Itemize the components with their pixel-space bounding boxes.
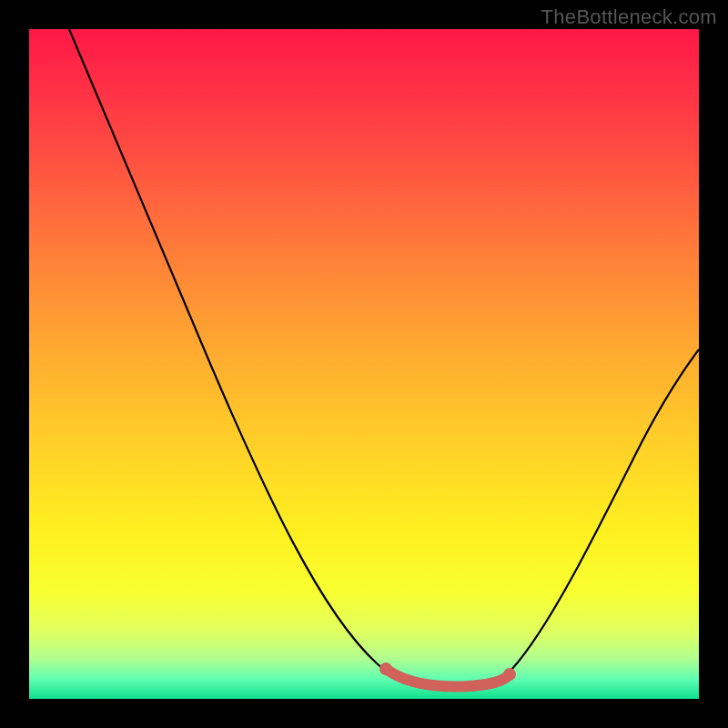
highlight-end-dot [503, 668, 516, 681]
valley-highlight [386, 669, 510, 687]
chart-plot-area [29, 29, 699, 699]
curve-left-branch [69, 29, 377, 663]
watermark-text: TheBottleneck.com [541, 5, 717, 29]
chart-svg [29, 29, 699, 699]
curve-right-branch [511, 349, 699, 670]
highlight-start-dot [379, 662, 392, 675]
